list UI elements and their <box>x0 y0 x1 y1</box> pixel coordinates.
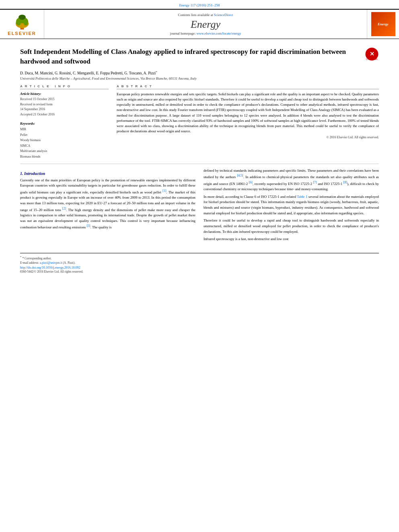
ref-7[interactable]: [7] <box>313 181 317 184</box>
body-content: 1. Introduction Currently one of the mai… <box>20 168 379 244</box>
email-person: (A. Pizzi). <box>63 261 75 265</box>
body-para-right-3: Therefore it could be useful to develop … <box>204 218 379 234</box>
article-content: Soft Independent Modelling of Class Anal… <box>0 39 399 249</box>
body-para-1: Currently one of the main priorities of … <box>20 178 195 230</box>
footnote-corresponding: * * Corresponding author. <box>20 255 379 261</box>
article-info-label: A R T I C L E I N F O <box>20 84 109 89</box>
article-info-col: A R T I C L E I N F O Article history: R… <box>20 84 109 160</box>
keyword-biomass: Biomass blends <box>20 154 109 160</box>
article-title: Soft Independent Modelling of Class Anal… <box>20 47 350 66</box>
svg-point-5 <box>23 18 28 25</box>
corresponding-label: * Corresponding author. <box>22 256 51 260</box>
section-divider <box>20 164 379 164</box>
keywords-label: Keywords: <box>20 121 109 125</box>
revised-date: 14 September 2016 <box>20 107 109 112</box>
homepage-link[interactable]: www.elsevier.com/locate/energy <box>196 31 241 35</box>
elsevier-text: ELSEVIER <box>8 31 36 36</box>
received-date: Received 15 October 2015 <box>20 97 109 102</box>
issn-text: 0360-5442/© 2016 Elsevier Ltd. All right… <box>20 270 379 273</box>
body-left-col: 1. Introduction Currently one of the mai… <box>20 168 195 244</box>
ref-3[interactable]: [3] <box>86 224 90 228</box>
keyword-mir: MIR <box>20 127 109 132</box>
section1-heading: 1. Introduction <box>20 171 195 176</box>
abstract-col: A B S T R A C T European policy promotes… <box>117 84 379 160</box>
abstract-label: A B S T R A C T <box>117 84 379 89</box>
authors-line: D. Duca, M. Mancini, G. Rossini, C. Meng… <box>20 70 379 75</box>
affiliation-text: Università Politecnica delle Marche – Ag… <box>20 76 379 80</box>
journal-info-center: Contents lists available at ScienceDirec… <box>44 10 367 39</box>
email-label: E-mail address: <box>20 261 39 265</box>
journal-citation: Energy 117 (2016) 251–258 <box>0 0 399 9</box>
keyword-pellet: Pellet <box>20 132 109 138</box>
info-abstract-section: A R T I C L E I N F O Article history: R… <box>20 84 379 160</box>
abstract-text: European policy promotes renewable energ… <box>117 92 379 134</box>
journal-name: Energy <box>191 18 220 31</box>
email-link[interactable]: a.pizzi@univpm.it <box>40 261 62 265</box>
contents-text: Contents lists available at <box>178 13 213 17</box>
corresponding-star: * <box>156 70 157 74</box>
history-label: Article history: <box>20 92 109 96</box>
homepage-label: journal homepage: <box>170 31 196 35</box>
energy-logo-section: Energy <box>367 10 399 39</box>
ref-4-5[interactable]: [4,5] <box>237 174 243 177</box>
energy-logo-box: Energy <box>371 12 395 36</box>
footnote-star: * <box>20 255 22 259</box>
body-para-right-1: defined by technical standards indicatin… <box>204 168 379 192</box>
elsevier-logo: ELSEVIER <box>8 13 36 36</box>
svg-text:✕: ✕ <box>370 51 374 57</box>
svg-point-4 <box>16 18 21 25</box>
contents-available-text: Contents lists available at ScienceDirec… <box>178 13 233 17</box>
citation-text: Energy 117 (2016) 251–258 <box>179 3 220 7</box>
ref-2[interactable]: [2] <box>62 207 66 210</box>
title-section: Soft Independent Modelling of Class Anal… <box>20 44 379 66</box>
journal-header: ELSEVIER Contents lists available at Sci… <box>0 9 399 39</box>
ref-8[interactable]: [8] <box>343 181 347 184</box>
page: Energy 117 (2016) 251–258 ELSEVIER Conte… <box>0 0 399 532</box>
ref-1[interactable]: [1] <box>162 189 166 193</box>
sciencedirect-link[interactable]: ScienceDirect <box>214 13 233 17</box>
keyword-simca: SIMCA <box>20 143 109 149</box>
copyright-text: © 2016 Elsevier Ltd. All rights reserved… <box>117 136 379 139</box>
accepted-date: Accepted 21 October 2016 <box>20 112 109 117</box>
energy-logo-text: Energy <box>378 22 389 26</box>
crossmark-icon: ✕ CrossMark <box>365 47 379 61</box>
body-para-right-4: Infrared spectroscopy is a fast, non-des… <box>204 236 379 242</box>
ref-6[interactable]: [6] <box>249 181 253 184</box>
keyword-multivariate: Multivariate analysis <box>20 148 109 154</box>
footer-section: * * Corresponding author. E-mail address… <box>20 253 379 275</box>
homepage-line: journal homepage: www.elsevier.com/locat… <box>170 31 241 35</box>
elsevier-section: ELSEVIER <box>0 10 44 39</box>
body-para-right-2: In more detail, according to Clause 6 of… <box>204 194 379 216</box>
footnote-email: E-mail address: a.pizzi@univpm.it (A. Pi… <box>20 261 379 265</box>
svg-text:CrossMark: CrossMark <box>366 58 378 60</box>
keyword-woody: Woody biomass <box>20 138 109 143</box>
doi-link[interactable]: http://dx.doi.org/10.1016/j.energy.2016.… <box>20 266 379 269</box>
authors-text: D. Duca, M. Mancini, G. Rossini, C. Meng… <box>20 71 156 75</box>
elsevier-tree-icon <box>10 13 34 31</box>
received-revised-label: Received in revised form <box>20 102 109 107</box>
body-right-col: defined by technical standards indicatin… <box>204 168 379 244</box>
table-ref-1[interactable]: Table 1 <box>297 195 307 199</box>
